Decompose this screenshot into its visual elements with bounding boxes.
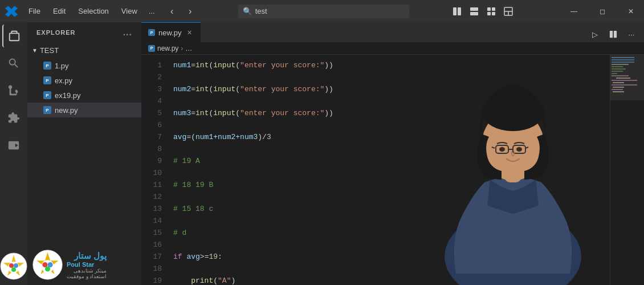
activity-search[interactable] bbox=[2, 52, 25, 75]
code-line: num3=int(input("enter your score:")) bbox=[173, 107, 610, 119]
svg-rect-3 bbox=[470, 12, 478, 15]
poul-star-logo bbox=[32, 249, 63, 280]
sidebar-header: Explorer ... bbox=[27, 22, 141, 42]
tabs-bar: P new.py × ▷ ··· bbox=[141, 22, 644, 42]
title-bar: File Edit Selection View ... ‹ › 🔍 — ◻ ✕ bbox=[0, 0, 644, 22]
file-name: new.py bbox=[55, 106, 78, 115]
activity-explorer[interactable] bbox=[2, 25, 25, 47]
chevron-down-icon: ▼ bbox=[32, 47, 38, 54]
search-input[interactable] bbox=[255, 7, 405, 15]
svg-rect-4 bbox=[487, 7, 491, 11]
line-number: 13 bbox=[141, 203, 162, 215]
nav-forward-btn[interactable]: › bbox=[182, 3, 198, 19]
line-number: 7 bbox=[141, 131, 162, 143]
menu-file[interactable]: File bbox=[23, 5, 46, 18]
line-number: 10 bbox=[141, 167, 162, 179]
file-name: ex19.py bbox=[55, 91, 81, 100]
menu-more[interactable]: ... bbox=[144, 5, 160, 18]
breadcrumb-file: new.py bbox=[157, 44, 178, 52]
menu-view[interactable]: View bbox=[116, 5, 143, 18]
menu-selection[interactable]: Selection bbox=[72, 5, 114, 18]
line-number: 4 bbox=[141, 95, 162, 107]
line-number: 3 bbox=[141, 83, 162, 95]
more-actions-btn[interactable]: ··· bbox=[623, 26, 639, 42]
sidebar: Explorer ... ▼ TEST P 1.py P ex.py P ex1… bbox=[27, 22, 141, 285]
menu-bar: File Edit Selection View ... bbox=[23, 5, 160, 18]
code-line: if avg>=19: bbox=[173, 251, 610, 263]
svg-point-13 bbox=[14, 263, 18, 268]
close-button[interactable]: ✕ bbox=[618, 0, 644, 22]
line-number: 17 bbox=[141, 251, 162, 263]
line-number: 11 bbox=[141, 179, 162, 191]
folder-name: TEST bbox=[40, 46, 59, 55]
layout-btn-4[interactable] bbox=[500, 3, 516, 19]
svg-rect-21 bbox=[610, 31, 613, 38]
svg-point-14 bbox=[11, 267, 16, 272]
editor-area: P new.py × ▷ ··· P new.py › … 1 2 3 4 5 … bbox=[141, 22, 644, 285]
tab-newpy[interactable]: P new.py × bbox=[141, 22, 201, 42]
tab-close-btn[interactable]: × bbox=[185, 28, 194, 37]
window-controls: — ◻ ✕ bbox=[561, 0, 644, 22]
menu-edit[interactable]: Edit bbox=[47, 5, 71, 18]
code-line: # d bbox=[173, 227, 610, 239]
tree-folder-test[interactable]: ▼ TEST bbox=[27, 42, 141, 58]
line-number: 6 bbox=[141, 119, 162, 131]
line-number: 9 bbox=[141, 155, 162, 167]
line-number: 14 bbox=[141, 215, 162, 227]
tree-file-newpy[interactable]: P new.py bbox=[27, 103, 141, 117]
svg-rect-2 bbox=[470, 7, 478, 11]
poul-branding: پول ستار Poul Star میتکر شتابدهی استعداد… bbox=[27, 245, 141, 285]
svg-rect-6 bbox=[487, 12, 491, 15]
activity-run[interactable] bbox=[2, 134, 25, 157]
activity-bar bbox=[0, 22, 27, 285]
code-line: num2=int(input("enter your score:")) bbox=[173, 83, 610, 95]
minimap[interactable] bbox=[610, 55, 644, 285]
run-btn[interactable]: ▷ bbox=[587, 26, 603, 42]
code-line: num1=int(input("enter your score:")) bbox=[173, 59, 610, 71]
tree-file-1py[interactable]: P 1.py bbox=[27, 58, 141, 73]
line-number: 8 bbox=[141, 143, 162, 155]
svg-rect-22 bbox=[614, 31, 617, 38]
svg-point-12 bbox=[9, 263, 14, 268]
nav-buttons: ‹ › bbox=[164, 3, 198, 19]
code-line: avg=(num1+num2+num3)/3 bbox=[173, 131, 610, 143]
search-bar[interactable]: 🔍 bbox=[238, 5, 409, 18]
file-name: ex.py bbox=[55, 76, 72, 85]
line-number: 15 bbox=[141, 227, 162, 239]
minimap-thumb bbox=[610, 55, 644, 100]
sidebar-more-btn[interactable]: ... bbox=[123, 27, 132, 38]
line-number: 19 bbox=[141, 275, 162, 285]
line-number: 2 bbox=[141, 71, 162, 83]
poul-star-tag2: استعداد و موفقیت bbox=[67, 274, 107, 279]
python-file-icon: P bbox=[43, 91, 51, 99]
layout-btn-2[interactable] bbox=[466, 3, 482, 19]
search-icon: 🔍 bbox=[243, 7, 252, 15]
minimize-button[interactable]: — bbox=[561, 0, 587, 22]
line-number: 18 bbox=[141, 263, 162, 275]
explorer-title: Explorer bbox=[36, 29, 76, 36]
activity-extensions[interactable] bbox=[2, 107, 25, 129]
sidebar-tree: ▼ TEST P 1.py P ex.py P ex19.py P new.py bbox=[27, 42, 141, 245]
tab-label: new.py bbox=[158, 28, 181, 37]
tree-file-expy[interactable]: P ex.py bbox=[27, 73, 141, 88]
code-line: # 15 18 c bbox=[173, 203, 610, 215]
code-editor[interactable]: 1 2 3 4 5 6 7 8 9 10 11 12 13 14 15 16 1… bbox=[141, 55, 644, 285]
layout-btn-3[interactable] bbox=[483, 3, 499, 19]
svg-rect-5 bbox=[492, 7, 495, 11]
nav-back-btn[interactable]: ‹ bbox=[164, 3, 180, 19]
python-file-icon: P bbox=[43, 106, 51, 114]
breadcrumb-path: … bbox=[185, 44, 192, 52]
restore-button[interactable]: ◻ bbox=[589, 0, 616, 22]
layout-btn-1[interactable] bbox=[449, 3, 465, 19]
split-editor-btn[interactable] bbox=[605, 26, 621, 42]
activity-source-control[interactable] bbox=[2, 79, 25, 102]
python-file-icon: P bbox=[43, 62, 51, 70]
code-content[interactable]: num1=int(input("enter your score:")) num… bbox=[169, 55, 610, 285]
line-number: 16 bbox=[141, 239, 162, 251]
svg-point-20 bbox=[45, 266, 50, 271]
main-area: Explorer ... ▼ TEST P 1.py P ex.py P ex1… bbox=[0, 22, 644, 285]
poul-star-title: پول ستار bbox=[67, 251, 107, 261]
tree-file-ex19py[interactable]: P ex19.py bbox=[27, 88, 141, 103]
line-number: 12 bbox=[141, 191, 162, 203]
file-name: 1.py bbox=[55, 62, 69, 70]
